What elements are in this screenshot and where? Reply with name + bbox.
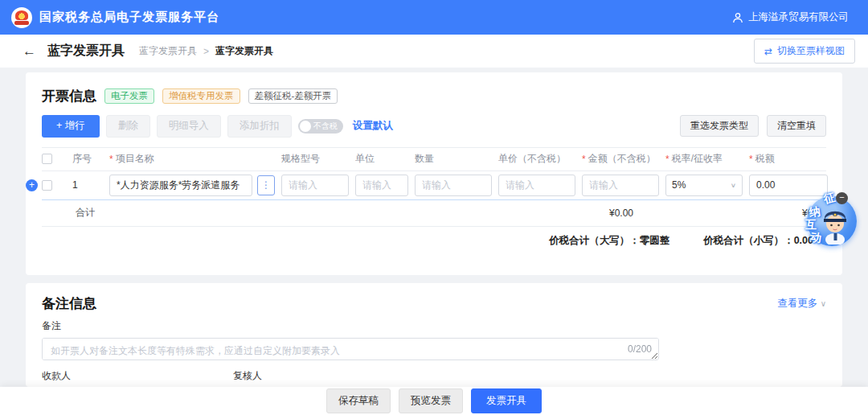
total-tax-value: ¥0.00: [633, 208, 826, 219]
back-arrow-icon[interactable]: ←: [23, 43, 36, 60]
sum-in-figures: 价税合计（小写）：0.00: [703, 234, 813, 248]
more-options-icon[interactable]: ⋮: [257, 175, 275, 195]
sum-row: 价税合计（大写）：零圆整 价税合计（小写）：0.00: [42, 227, 826, 256]
col-header-amount: *金额（不含税）: [582, 152, 659, 166]
remark-textarea[interactable]: [42, 338, 659, 360]
unit-price-input[interactable]: [498, 175, 575, 196]
switch-view-button[interactable]: ⇄ 切换至票样视图: [754, 39, 855, 64]
delete-row-button[interactable]: 删除: [106, 115, 150, 138]
row-checkbox[interactable]: [42, 180, 52, 191]
assistant-char: 动: [809, 230, 822, 246]
tag-differential-tax: 差额征税-差额开票: [248, 88, 338, 105]
invoice-items-table: 序号 *项目名称 规格型号 单位 数量 单价（不含税） *金额（不含税） *税率…: [42, 147, 826, 256]
sum-in-words: 价税合计（大写）：零圆整: [549, 234, 669, 248]
required-mark: *: [109, 154, 113, 165]
required-mark: *: [749, 154, 753, 165]
view-more-link[interactable]: 查看更多 ∨: [777, 297, 826, 310]
swap-arrows-icon: ⇄: [764, 46, 772, 57]
tax-amount-input[interactable]: [749, 175, 828, 196]
app-title: 国家税务总局电子发票服务平台: [39, 10, 219, 25]
plus-icon: +: [56, 120, 65, 131]
detail-import-button[interactable]: 明细导入: [157, 115, 221, 138]
row-index: 1: [72, 179, 103, 191]
col-header-unit-price: 单价（不含税）: [498, 152, 575, 166]
toggle-knob: [300, 121, 311, 132]
payee-label: 收款人: [42, 369, 220, 383]
total-amount-value: ¥0.00: [609, 208, 633, 219]
app-header: 国家税务总局电子发票服务平台 上海溢承贸易有限公司: [0, 0, 868, 35]
remark-info-card: 备注信息 查看更多 ∨ 备注 0/200 收款人 复核人: [26, 283, 842, 387]
breadcrumb-separator: >: [203, 46, 209, 57]
tax-assistant-widget[interactable]: 征 纳 互 动: [805, 196, 856, 253]
col-header-spec: 规格型号: [281, 152, 349, 166]
table-header-row: 序号 *项目名称 规格型号 单位 数量 单价（不含税） *金额（不含税） *税率…: [42, 147, 826, 171]
char-counter: 0/200: [628, 343, 652, 355]
col-header-quantity: 数量: [415, 152, 492, 166]
breadcrumb-item[interactable]: 蓝字发票开具: [139, 44, 197, 58]
page-title: 蓝字发票开具: [47, 43, 125, 60]
col-header-index: 序号: [72, 152, 103, 166]
table-toolbar: + 增行 删除 明细导入 添加折扣 不含税 设置默认 重选发票类型 清空重填: [42, 115, 826, 138]
save-draft-button[interactable]: 保存草稿: [326, 388, 391, 413]
tax-rate-value: 5%: [672, 179, 686, 191]
quantity-input[interactable]: [415, 175, 492, 196]
company-name: 上海溢承贸易有限公司: [748, 10, 849, 24]
invoice-section-title: 开票信息: [42, 87, 96, 105]
item-name-input[interactable]: [109, 175, 252, 196]
reviewer-label: 复核人: [233, 369, 411, 383]
set-default-link[interactable]: 设置默认: [353, 119, 393, 133]
total-label: 合计: [76, 206, 95, 220]
tax-bureau-logo-icon: [11, 7, 32, 28]
preview-invoice-button[interactable]: 预览发票: [399, 388, 463, 413]
chevron-down-icon: ∨: [731, 182, 736, 189]
total-row: 合计 ¥0.00 ¥0.00: [42, 200, 826, 227]
account-menu[interactable]: 上海溢承贸易有限公司: [732, 10, 849, 24]
breadcrumb: 蓝字发票开具 > 蓝字发票开具: [139, 44, 273, 58]
col-header-item-name: *项目名称: [109, 152, 275, 166]
add-row-label: 增行: [65, 120, 85, 131]
col-header-tax-amount: *税额: [749, 152, 828, 166]
tax-officer-cartoon-icon: [818, 203, 850, 244]
select-all-checkbox[interactable]: [42, 154, 52, 164]
add-discount-button[interactable]: 添加折扣: [227, 115, 292, 138]
footer-action-bar: 保存草稿 预览发票 发票开具: [0, 387, 868, 415]
required-mark: *: [665, 154, 669, 165]
invoice-info-card: 开票信息 电子发票 增值税专用发票 差额征税-差额开票 + 增行 删除 明细导入…: [26, 72, 842, 275]
required-mark: *: [582, 154, 586, 165]
collapse-widget-button[interactable]: −: [836, 192, 848, 204]
user-icon: [732, 12, 743, 23]
tax-excluded-toggle[interactable]: 不含税: [298, 119, 343, 134]
toggle-label: 不含税: [313, 121, 338, 132]
tax-rate-select[interactable]: 5% ∨: [665, 175, 743, 196]
breadcrumb-current: 蓝字发票开具: [215, 44, 273, 58]
tag-vat-special-invoice: 增值税专用发票: [162, 88, 240, 105]
remark-label: 备注: [42, 319, 826, 333]
add-row-button[interactable]: + 增行: [42, 115, 100, 138]
table-row: + 1 ⋮ 5% ∨: [42, 171, 826, 200]
sub-header: ← 蓝字发票开具 蓝字发票开具 > 蓝字发票开具 ⇄ 切换至票样视图: [0, 35, 868, 68]
reselect-invoice-type-button[interactable]: 重选发票类型: [680, 115, 759, 137]
spec-input[interactable]: [281, 175, 349, 196]
unit-input[interactable]: [355, 175, 408, 196]
tag-electronic-invoice: 电子发票: [104, 88, 154, 105]
col-header-tax-rate: *税率/征收率: [665, 152, 743, 166]
insert-row-icon[interactable]: +: [26, 179, 38, 191]
switch-view-label: 切换至票样视图: [777, 44, 845, 58]
remark-section-title: 备注信息: [42, 294, 96, 313]
issue-invoice-button[interactable]: 发票开具: [471, 388, 542, 413]
col-header-unit: 单位: [355, 152, 408, 166]
amount-input[interactable]: [582, 175, 659, 196]
clear-reset-button[interactable]: 清空重填: [767, 115, 826, 137]
chevron-down-icon: ∨: [821, 299, 826, 308]
